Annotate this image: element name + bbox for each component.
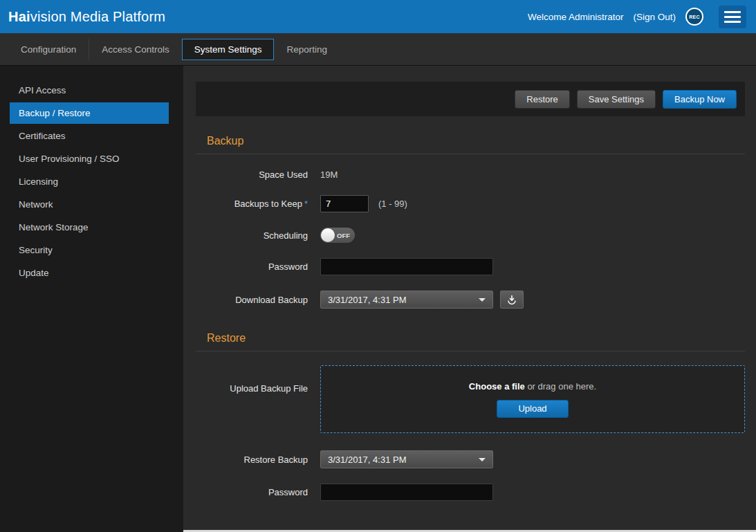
backups-to-keep-input[interactable] <box>320 195 369 212</box>
tab-reporting[interactable]: Reporting <box>274 39 340 60</box>
brand-bold: Hai <box>8 9 30 24</box>
backup-password-input[interactable] <box>320 258 493 275</box>
restore-backup-row: Restore Backup 3/31/2017, 4:31 PM <box>196 450 745 468</box>
download-backup-select[interactable]: 3/31/2017, 4:31 PM <box>320 291 493 309</box>
backups-to-keep-row: Backups to Keep* (1 - 99) <box>196 195 745 212</box>
download-backup-label: Download Backup <box>196 295 308 305</box>
backup-password-label: Password <box>196 262 308 272</box>
chevron-down-icon <box>479 458 486 461</box>
sidebar-item-backup-restore[interactable]: Backup / Restore <box>10 102 169 124</box>
scheduling-label: Scheduling <box>196 230 308 241</box>
backup-password-row: Password <box>196 258 745 275</box>
restore-backup-select[interactable]: 3/31/2017, 4:31 PM <box>320 450 493 468</box>
hamburger-menu-icon[interactable] <box>719 6 746 28</box>
restore-password-input[interactable] <box>320 484 493 501</box>
tab-system-settings[interactable]: System Settings <box>182 39 275 60</box>
scheduling-row: Scheduling OFF <box>196 228 745 243</box>
app-header: Haivision Media Platform Welcome Adminis… <box>0 0 756 33</box>
tab-access-controls[interactable]: Access Controls <box>89 39 182 60</box>
backups-to-keep-label: Backups to Keep* <box>196 199 308 209</box>
scheduling-toggle[interactable]: OFF <box>320 228 355 243</box>
upload-backup-file-label: Upload Backup File <box>196 383 308 394</box>
section-divider <box>196 351 745 351</box>
chevron-down-icon <box>479 298 486 302</box>
restore-button[interactable]: Restore <box>515 90 570 109</box>
settings-sidebar: API Access Backup / Restore Certificates… <box>0 66 183 532</box>
backup-now-button[interactable]: Backup Now <box>663 90 737 109</box>
main-content: Restore Save Settings Backup Now Backup … <box>183 66 756 532</box>
space-used-row: Space Used 19M <box>196 169 745 180</box>
sidebar-item-licensing[interactable]: Licensing <box>0 171 169 192</box>
sidebar-item-api-access[interactable]: API Access <box>0 80 169 101</box>
rec-badge-icon[interactable]: REC <box>685 8 703 26</box>
tab-configuration[interactable]: Configuration <box>8 39 89 60</box>
download-backup-button[interactable] <box>500 291 524 309</box>
sign-out-link[interactable]: (Sign Out) <box>633 12 676 22</box>
welcome-text: Welcome Administrator <box>528 12 624 22</box>
restore-section-title: Restore <box>207 332 745 345</box>
restore-password-row: Password <box>196 484 745 501</box>
toggle-knob-icon <box>321 228 335 242</box>
sidebar-item-user-provisioning[interactable]: User Provisioning / SSO <box>0 148 169 169</box>
action-toolbar: Restore Save Settings Backup Now <box>196 82 745 116</box>
upload-button[interactable]: Upload <box>497 400 568 418</box>
sidebar-item-network[interactable]: Network <box>0 194 169 215</box>
brand-rest: vision Media Platform <box>30 9 165 24</box>
section-divider <box>196 154 745 154</box>
download-backup-selected-value: 3/31/2017, 4:31 PM <box>328 295 406 305</box>
dropzone-text: Choose a file or drag one here. <box>469 381 596 392</box>
backup-section-title: Backup <box>207 135 745 147</box>
space-used-value: 19M <box>320 169 338 180</box>
upload-dropzone[interactable]: Choose a file or drag one here. Upload <box>320 365 745 433</box>
restore-password-label: Password <box>196 487 308 497</box>
sidebar-item-network-storage[interactable]: Network Storage <box>0 217 169 238</box>
required-marker: * <box>304 199 308 209</box>
space-used-label: Space Used <box>196 169 308 180</box>
download-backup-row: Download Backup 3/31/2017, 4:31 PM <box>196 291 745 309</box>
choose-file-link[interactable]: Choose a file <box>469 381 525 392</box>
sidebar-item-security[interactable]: Security <box>0 239 169 261</box>
restore-backup-selected-value: 3/31/2017, 4:31 PM <box>328 455 406 465</box>
app-title: Haivision Media Platform <box>8 9 165 25</box>
sidebar-item-certificates[interactable]: Certificates <box>0 125 169 147</box>
save-settings-button[interactable]: Save Settings <box>577 90 656 109</box>
scheduling-toggle-state: OFF <box>337 232 350 239</box>
sidebar-item-update[interactable]: Update <box>0 262 169 284</box>
backups-to-keep-hint: (1 - 99) <box>378 199 407 209</box>
restore-backup-label: Restore Backup <box>196 455 308 465</box>
top-nav: Configuration Access Controls System Set… <box>0 33 756 66</box>
upload-backup-file-row: Upload Backup File Choose a file or drag… <box>196 365 745 433</box>
download-icon <box>506 294 517 305</box>
